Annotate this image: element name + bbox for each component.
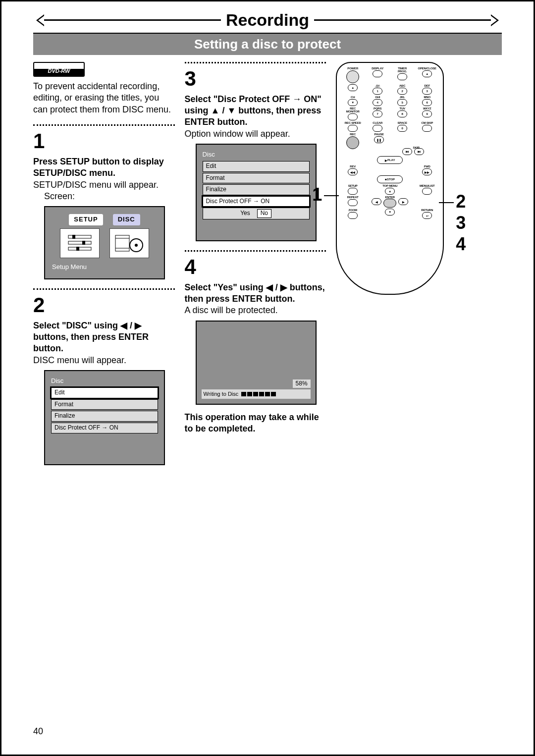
label-tuv: TUV	[399, 107, 405, 110]
down-arrow-icon: ▼	[385, 209, 395, 216]
step-4-body: A disc will be protected.	[185, 305, 326, 316]
sliders-icon	[60, 228, 100, 258]
step-1-heading: Press SETUP button to display SETUP/DISC…	[33, 156, 175, 179]
clear-button-icon	[373, 125, 382, 132]
menu-item: Edit	[203, 161, 310, 172]
num-5-button: 5	[397, 99, 407, 106]
progress-label: Writing to Disc	[204, 390, 239, 397]
num-1-button: 1	[373, 88, 382, 95]
label-pqrs: PQRS	[374, 107, 381, 110]
content-columns: DVD-RW To prevent accidental recording, …	[33, 62, 502, 465]
label-clear: CLEAR	[373, 121, 382, 124]
cmskip-button-icon	[422, 125, 432, 132]
power-button-icon	[346, 70, 359, 83]
step-1-body: SETUP/DISC menu will appear.	[33, 179, 175, 191]
svg-rect-4	[82, 241, 85, 245]
svg-rect-1	[68, 241, 91, 244]
label-jkl: JKL	[400, 96, 405, 99]
num-9-button: 9	[422, 110, 432, 117]
label-def: DEF	[424, 84, 429, 87]
tab-setup: SETUP	[69, 214, 103, 225]
step-1-number: 1	[33, 128, 175, 155]
label-setup: SETUP	[348, 184, 358, 187]
open-button-icon: ▲	[422, 70, 432, 77]
menu-item: Format	[203, 173, 310, 184]
option-yes: Yes	[240, 210, 250, 217]
label-mno: MNO	[424, 96, 430, 99]
play-button-icon: ▶ PLAY	[377, 156, 403, 164]
recspeed-button-icon	[348, 125, 358, 132]
ornament-left-icon	[33, 13, 44, 28]
return-button-icon: ↩	[422, 212, 432, 219]
setup-menu-figure: SETUP DISC Setup Menu	[44, 206, 165, 279]
dvd-rw-badge-icon: DVD-RW	[33, 62, 85, 77]
column-2: 3 Select "Disc Protect OFF → ON" using ▲…	[185, 62, 326, 465]
divider-dots	[33, 288, 175, 290]
step-2-body: DISC menu will appear.	[33, 355, 175, 366]
step-4-heading: Select "Yes" using ◀ / ▶ buttons, then p…	[185, 282, 326, 305]
num-4-button: 4	[373, 99, 382, 106]
divider-dots	[185, 250, 326, 252]
enter-button-icon	[383, 199, 396, 208]
setup-menu-caption: Setup Menu	[52, 263, 157, 271]
label-zoom: ZOOM	[349, 209, 357, 212]
subtitle-bar: Setting a disc to protect	[33, 33, 502, 55]
label-recmon: REC MONITOR	[346, 107, 360, 113]
label-fwd: FWD	[424, 165, 430, 168]
label-ghi: GHI	[375, 96, 380, 99]
intro-text: To prevent accidental recording, editing…	[33, 81, 175, 115]
svg-rect-6	[115, 235, 129, 251]
progress-bar-icon	[241, 392, 276, 396]
label-rev: REV	[350, 165, 356, 168]
section-title: Recording	[221, 10, 314, 30]
label-open: OPEN/CLOSE	[418, 67, 436, 70]
svg-rect-2	[68, 247, 91, 250]
label-rec: REC	[350, 133, 356, 136]
label-return: RETURN	[421, 209, 433, 212]
divider-dots	[33, 124, 175, 126]
svg-rect-0	[68, 235, 91, 238]
num-6-button: 6	[422, 99, 432, 106]
num-3-button: 3	[422, 88, 432, 95]
menu-item: Finalize	[203, 184, 310, 195]
repeat-button-icon	[348, 199, 358, 206]
tab-disc: DISC	[113, 214, 140, 225]
label-display: DISPLAY	[372, 67, 383, 70]
menu-item: Format	[51, 399, 158, 410]
disc-protect-menu-figure: Disc Edit Format Finalize Disc Protect O…	[196, 144, 317, 241]
callout-right: 2 3 4	[439, 191, 466, 255]
display-button-icon	[373, 70, 382, 77]
label-cmskip: CM SKIP	[421, 121, 433, 124]
disc-menu-figure: Disc Edit Format Finalize Disc Protect O…	[44, 370, 165, 465]
rec-button-icon	[346, 136, 359, 149]
skip-back-icon: ⏮	[402, 148, 412, 155]
menu-title: Disc	[203, 151, 310, 159]
svg-rect-5	[76, 247, 79, 251]
ch-down-icon: ▼	[348, 99, 358, 106]
num-0-button: 0	[397, 125, 407, 132]
timer-button-icon	[397, 73, 407, 80]
left-arrow-icon: ◀	[372, 198, 381, 205]
label-space: SPACE	[398, 121, 407, 124]
step-3-body: Option window will appear.	[185, 128, 326, 140]
right-arrow-icon: ▶	[398, 198, 408, 205]
ch-up-icon: ▲	[348, 84, 358, 91]
step-2-number: 2	[33, 292, 175, 319]
step-3-number: 3	[185, 65, 326, 93]
step-1-screen-label: Screen:	[44, 191, 175, 202]
label-recspeed: REC SPEED	[345, 121, 361, 124]
manual-page: Recording Setting a disc to protect DVD-…	[0, 0, 535, 756]
menu-item: Edit	[51, 387, 158, 398]
disc-film-icon	[109, 228, 149, 258]
column-3: POWER DISPLAY TIMER PROG. OPEN/CLOSE▲ ▲ …	[336, 62, 502, 465]
callout-left: 1	[312, 184, 339, 205]
fwd-button-icon: ▶▶	[422, 168, 432, 175]
label-timer: TIMER PROG.	[398, 67, 407, 73]
menulist-button-icon	[422, 188, 432, 195]
label-wxyz: WXYZ	[423, 107, 431, 110]
num-2-button: 2	[397, 88, 407, 95]
label-menulist: MENU/LIST	[420, 184, 435, 187]
completion-note: This operation may take a while to be co…	[185, 412, 326, 435]
progress-percent: 58%	[293, 379, 311, 388]
column-1: DVD-RW To prevent accidental recording, …	[33, 62, 175, 465]
